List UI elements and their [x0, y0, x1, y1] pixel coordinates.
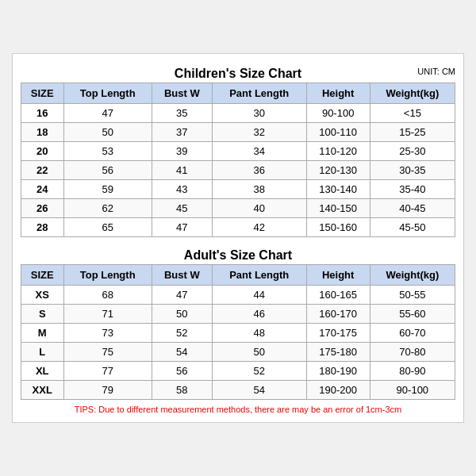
table-cell: 62: [63, 199, 152, 218]
table-cell: 42: [212, 218, 306, 237]
children-title-text: Children's Size Chart: [175, 67, 301, 80]
adults-col-pantlength: Pant Length: [212, 265, 306, 286]
table-cell: 56: [63, 161, 152, 180]
table-cell: 43: [152, 180, 212, 199]
table-cell: 160-165: [306, 286, 370, 305]
table-cell: XXL: [21, 381, 64, 400]
table-cell: 16: [21, 104, 64, 123]
table-cell: 73: [63, 324, 152, 343]
table-cell: 90-100: [306, 104, 370, 123]
table-cell: 180-190: [306, 362, 370, 381]
table-cell: 77: [63, 362, 152, 381]
table-cell: 32: [212, 123, 306, 142]
table-row: 22564136120-13030-35: [21, 161, 455, 180]
table-row: XS684744160-16550-55: [21, 286, 455, 305]
table-row: 26624540140-15040-45: [21, 199, 455, 218]
table-cell: 50-55: [370, 286, 455, 305]
table-row: 20533934110-12025-30: [21, 142, 455, 161]
table-cell: 150-160: [306, 218, 370, 237]
table-cell: 54: [212, 381, 306, 400]
children-col-weight: Weight(kg): [370, 83, 455, 104]
table-cell: 46: [212, 305, 306, 324]
table-cell: 110-120: [306, 142, 370, 161]
table-cell: XS: [21, 286, 64, 305]
table-cell: 47: [152, 286, 212, 305]
table-cell: 175-180: [306, 343, 370, 362]
table-row: L755450175-18070-80: [21, 343, 455, 362]
table-cell: 35-40: [370, 180, 455, 199]
table-cell: 15-25: [370, 123, 455, 142]
children-col-pantlength: Pant Length: [212, 83, 306, 104]
table-cell: 45: [152, 199, 212, 218]
table-cell: M: [21, 324, 64, 343]
table-cell: 190-200: [306, 381, 370, 400]
table-cell: 45-50: [370, 218, 455, 237]
table-row: XXL795854190-20090-100: [21, 381, 455, 400]
children-header-row: SIZE Top Length Bust W Pant Length Heigh…: [21, 83, 455, 104]
table-cell: 120-130: [306, 161, 370, 180]
adults-col-weight: Weight(kg): [370, 265, 455, 286]
table-cell: 35: [152, 104, 212, 123]
table-cell: 80-90: [370, 362, 455, 381]
table-cell: 50: [63, 123, 152, 142]
table-cell: 47: [63, 104, 152, 123]
table-cell: 60-70: [370, 324, 455, 343]
table-cell: 130-140: [306, 180, 370, 199]
table-cell: 55-60: [370, 305, 455, 324]
table-cell: XL: [21, 362, 64, 381]
table-cell: 50: [152, 305, 212, 324]
adults-title: Adult's Size Chart: [21, 244, 455, 264]
table-cell: 48: [212, 324, 306, 343]
table-cell: S: [21, 305, 64, 324]
size-chart-container: Children's Size Chart UNIT: CM SIZE Top …: [12, 53, 464, 423]
table-cell: 65: [63, 218, 152, 237]
table-cell: 50: [212, 343, 306, 362]
children-col-height: Height: [306, 83, 370, 104]
table-cell: 52: [152, 324, 212, 343]
table-cell: 90-100: [370, 381, 455, 400]
table-cell: 34: [212, 142, 306, 161]
table-cell: 56: [152, 362, 212, 381]
table-cell: 26: [21, 199, 64, 218]
table-cell: 37: [152, 123, 212, 142]
tips-text: TIPS: Due to different measurement metho…: [21, 405, 455, 414]
table-cell: 68: [63, 286, 152, 305]
children-table: SIZE Top Length Bust W Pant Length Heigh…: [21, 83, 455, 237]
table-cell: 79: [63, 381, 152, 400]
table-cell: 70-80: [370, 343, 455, 362]
table-cell: 75: [63, 343, 152, 362]
children-col-toplength: Top Length: [63, 83, 152, 104]
table-row: 1647353090-100<15: [21, 104, 455, 123]
unit-label: UNIT: CM: [417, 67, 455, 76]
table-cell: 170-175: [306, 324, 370, 343]
table-cell: 20: [21, 142, 64, 161]
table-row: M735248170-17560-70: [21, 324, 455, 343]
table-cell: 54: [152, 343, 212, 362]
table-cell: 59: [63, 180, 152, 199]
adults-header-row: SIZE Top Length Bust W Pant Length Heigh…: [21, 265, 455, 286]
table-row: 28654742150-16045-50: [21, 218, 455, 237]
adults-table: SIZE Top Length Bust W Pant Length Heigh…: [21, 264, 455, 400]
table-cell: 30: [212, 104, 306, 123]
table-cell: 28: [21, 218, 64, 237]
table-cell: 100-110: [306, 123, 370, 142]
table-cell: 22: [21, 161, 64, 180]
adults-col-size: SIZE: [21, 265, 64, 286]
table-cell: 41: [152, 161, 212, 180]
table-cell: 39: [152, 142, 212, 161]
table-cell: 25-30: [370, 142, 455, 161]
adults-title-text: Adult's Size Chart: [184, 248, 292, 262]
table-cell: 38: [212, 180, 306, 199]
table-cell: <15: [370, 104, 455, 123]
table-row: 18503732100-11015-25: [21, 123, 455, 142]
table-cell: 18: [21, 123, 64, 142]
table-cell: 58: [152, 381, 212, 400]
table-cell: 52: [212, 362, 306, 381]
table-row: XL775652180-19080-90: [21, 362, 455, 381]
table-cell: 30-35: [370, 161, 455, 180]
children-title: Children's Size Chart UNIT: CM: [21, 62, 455, 83]
table-cell: 24: [21, 180, 64, 199]
table-cell: 140-150: [306, 199, 370, 218]
table-cell: 47: [152, 218, 212, 237]
table-cell: 40: [212, 199, 306, 218]
